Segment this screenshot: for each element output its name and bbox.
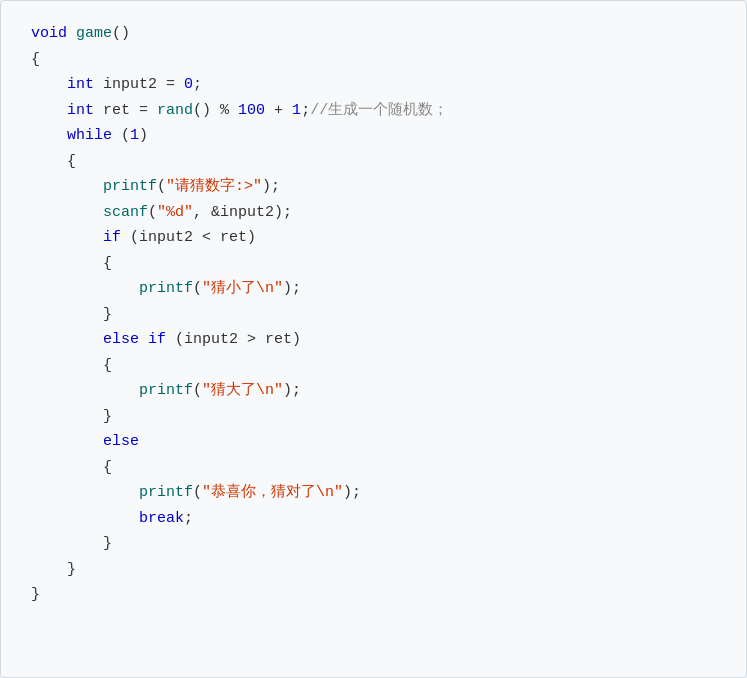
code-line: else: [31, 429, 716, 455]
code-line: printf("请猜数字:>");: [31, 174, 716, 200]
code-token-plain: {: [31, 153, 76, 170]
code-token-plain: {: [31, 255, 112, 272]
code-token-plain: ;: [193, 76, 202, 93]
code-line: int input2 = 0;: [31, 72, 716, 98]
code-token-kw: while: [67, 127, 112, 144]
code-token-kw: int: [67, 76, 94, 93]
code-line: {: [31, 149, 716, 175]
code-line: {: [31, 251, 716, 277]
code-token-plain: }: [31, 408, 112, 425]
code-token-kw: else: [103, 433, 139, 450]
code-token-kw: if: [148, 331, 166, 348]
code-line: }: [31, 302, 716, 328]
code-token-plain: {: [31, 357, 112, 374]
code-line: scanf("%d", &input2);: [31, 200, 716, 226]
code-token-kw: void: [31, 25, 67, 42]
code-token-kw: if: [103, 229, 121, 246]
code-token-plain: (): [112, 25, 130, 42]
code-token-plain: [31, 510, 139, 527]
code-token-num: 1: [130, 127, 139, 144]
code-token-str: "%d": [157, 204, 193, 221]
code-token-plain: [31, 382, 139, 399]
code-token-plain: );: [283, 280, 301, 297]
code-token-plain: }: [31, 561, 76, 578]
code-line: {: [31, 455, 716, 481]
code-line: printf("猜大了\n");: [31, 378, 716, 404]
code-line: break;: [31, 506, 716, 532]
code-token-plain: {: [31, 51, 40, 68]
code-line: }: [31, 404, 716, 430]
code-token-func: printf: [103, 178, 157, 195]
code-token-plain: +: [265, 102, 292, 119]
code-token-plain: () %: [193, 102, 238, 119]
code-token-plain: [139, 331, 148, 348]
code-token-str: "请猜数字:>": [166, 178, 262, 195]
code-token-kw: int: [67, 102, 94, 119]
code-token-plain: [31, 204, 103, 221]
code-token-plain: {: [31, 459, 112, 476]
code-token-plain: [31, 102, 67, 119]
code-token-plain: [31, 484, 139, 501]
code-line: void game(): [31, 21, 716, 47]
code-token-plain: [67, 25, 76, 42]
code-token-plain: (input2 > ret): [166, 331, 301, 348]
code-token-plain: [31, 178, 103, 195]
code-editor: void game(){ int input2 = 0; int ret = r…: [0, 0, 747, 678]
code-token-str: "猜小了\n": [202, 280, 283, 297]
code-token-plain: [31, 76, 67, 93]
code-token-func: printf: [139, 484, 193, 501]
code-line: while (1): [31, 123, 716, 149]
code-token-func: printf: [139, 382, 193, 399]
code-line: printf("恭喜你，猜对了\n");: [31, 480, 716, 506]
code-token-plain: [31, 229, 103, 246]
code-line: else if (input2 > ret): [31, 327, 716, 353]
code-token-str: "恭喜你，猜对了\n": [202, 484, 343, 501]
code-line: }: [31, 582, 716, 608]
code-token-comment: //生成一个随机数；: [310, 102, 448, 119]
code-token-plain: (: [112, 127, 130, 144]
code-token-func: scanf: [103, 204, 148, 221]
code-line: int ret = rand() % 100 + 1;//生成一个随机数；: [31, 98, 716, 124]
code-token-kw: else: [103, 331, 139, 348]
code-token-plain: (: [193, 280, 202, 297]
code-token-plain: }: [31, 586, 40, 603]
code-token-num: 1: [292, 102, 301, 119]
code-token-plain: (: [148, 204, 157, 221]
code-token-plain: ;: [184, 510, 193, 527]
code-line: printf("猜小了\n");: [31, 276, 716, 302]
code-token-plain: }: [31, 535, 112, 552]
code-token-plain: ): [139, 127, 148, 144]
code-token-func: rand: [157, 102, 193, 119]
code-line: {: [31, 47, 716, 73]
code-line: if (input2 < ret): [31, 225, 716, 251]
code-token-plain: );: [283, 382, 301, 399]
code-token-plain: );: [262, 178, 280, 195]
code-token-plain: (input2 < ret): [121, 229, 256, 246]
code-token-plain: (: [157, 178, 166, 195]
code-line: {: [31, 353, 716, 379]
code-token-num: 100: [238, 102, 265, 119]
code-token-func: game: [76, 25, 112, 42]
code-token-plain: ;: [301, 102, 310, 119]
code-token-plain: input2 =: [94, 76, 184, 93]
code-token-kw: break: [139, 510, 184, 527]
code-token-plain: }: [31, 306, 112, 323]
code-token-num: 0: [184, 76, 193, 93]
code-line: }: [31, 531, 716, 557]
code-token-plain: [31, 280, 139, 297]
code-token-plain: [31, 127, 67, 144]
code-token-plain: [31, 433, 103, 450]
code-token-plain: (: [193, 382, 202, 399]
code-token-plain: , &input2);: [193, 204, 292, 221]
code-token-plain: ret =: [94, 102, 157, 119]
code-line: }: [31, 557, 716, 583]
code-token-func: printf: [139, 280, 193, 297]
code-token-plain: [31, 331, 103, 348]
code-token-str: "猜大了\n": [202, 382, 283, 399]
code-token-plain: (: [193, 484, 202, 501]
code-token-plain: );: [343, 484, 361, 501]
